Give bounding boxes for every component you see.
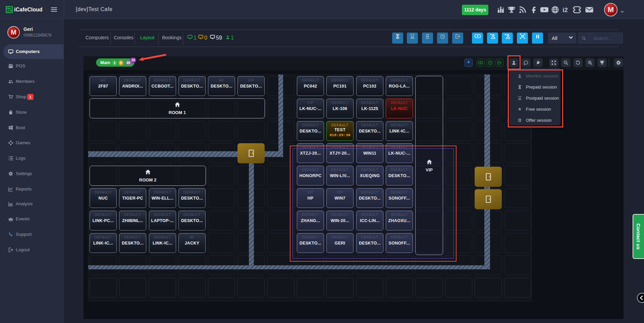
- svg-text:i2: i2: [562, 6, 568, 13]
